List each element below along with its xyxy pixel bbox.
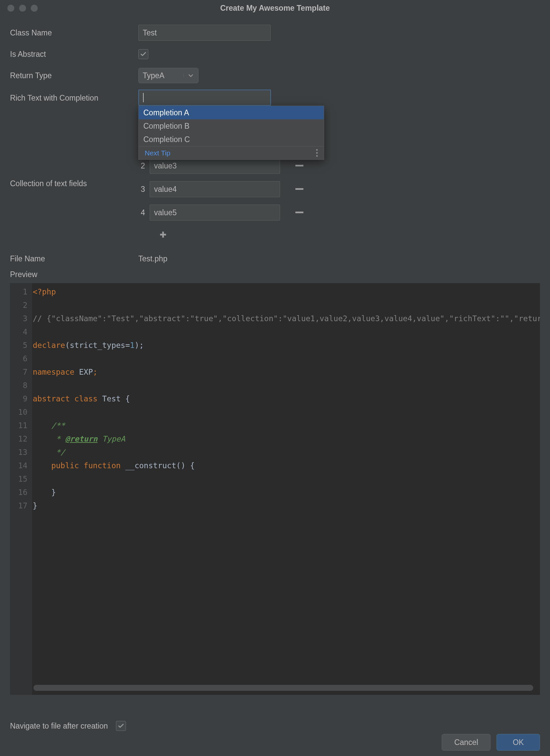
preview-editor[interactable]: 1234 5678 9101112 13141516 17 <?php // {… — [10, 283, 540, 695]
svg-rect-1 — [295, 188, 303, 190]
checkmark-icon — [118, 723, 124, 729]
completion-item-a[interactable]: Completion A — [139, 106, 324, 119]
completion-popup: Completion A Completion B Completion C N… — [138, 106, 324, 160]
collection-index: 2 — [138, 161, 145, 170]
remove-row-button[interactable] — [293, 182, 306, 196]
collection-input-3[interactable] — [150, 181, 280, 197]
preview-label: Preview — [10, 270, 540, 279]
window-controls — [0, 5, 38, 12]
svg-rect-0 — [295, 165, 303, 166]
is-abstract-label: Is Abstract — [10, 50, 138, 59]
file-name-value: Test.php — [138, 254, 167, 263]
collection-input-4[interactable] — [150, 205, 280, 221]
rich-text-input[interactable] — [138, 90, 271, 106]
class-name-label: Class Name — [10, 28, 138, 37]
is-abstract-checkbox[interactable] — [138, 49, 148, 59]
collection-input-2[interactable] — [150, 158, 280, 174]
checkmark-icon — [140, 51, 147, 57]
collection-row: 4 — [138, 205, 306, 221]
remove-row-button[interactable] — [293, 206, 306, 219]
next-tip-link[interactable]: Next Tip — [145, 149, 170, 157]
remove-row-button[interactable] — [293, 159, 306, 172]
dialog-title: Create My Awesome Template — [0, 4, 550, 13]
collection-row: 2 — [138, 158, 306, 174]
minimize-window-icon[interactable] — [19, 5, 26, 12]
completion-item-b[interactable]: Completion B — [139, 119, 324, 133]
collection-index: 3 — [138, 185, 145, 194]
titlebar: Create My Awesome Template — [0, 0, 550, 16]
editor-code: <?php // {"className":"Test","abstract":… — [32, 283, 540, 695]
kebab-icon[interactable] — [316, 149, 318, 157]
return-type-value: TypeA — [143, 71, 181, 80]
close-window-icon[interactable] — [7, 5, 14, 12]
class-name-input[interactable] — [138, 25, 271, 41]
horizontal-scrollbar[interactable] — [33, 685, 533, 691]
add-row-button[interactable] — [156, 228, 170, 241]
file-name-label: File Name — [10, 254, 138, 263]
collection-row: 3 — [138, 181, 306, 197]
navigate-checkbox[interactable] — [116, 721, 126, 731]
return-type-label: Return Type — [10, 71, 138, 80]
zoom-window-icon[interactable] — [31, 5, 38, 12]
rich-text-label: Rich Text with Completion — [10, 90, 138, 103]
completion-item-c[interactable]: Completion C — [139, 133, 324, 146]
chevron-down-icon — [183, 74, 194, 77]
navigate-label: Navigate to file after creation — [10, 722, 108, 731]
svg-rect-2 — [295, 212, 303, 213]
cancel-button[interactable]: Cancel — [442, 734, 491, 751]
editor-gutter: 1234 5678 9101112 13141516 17 — [10, 283, 32, 695]
collection-index: 4 — [138, 208, 145, 217]
collection-label: Collection of text fields — [10, 158, 138, 241]
ok-button[interactable]: OK — [497, 734, 540, 751]
return-type-select[interactable]: TypeA — [138, 68, 198, 83]
text-caret — [143, 93, 144, 102]
